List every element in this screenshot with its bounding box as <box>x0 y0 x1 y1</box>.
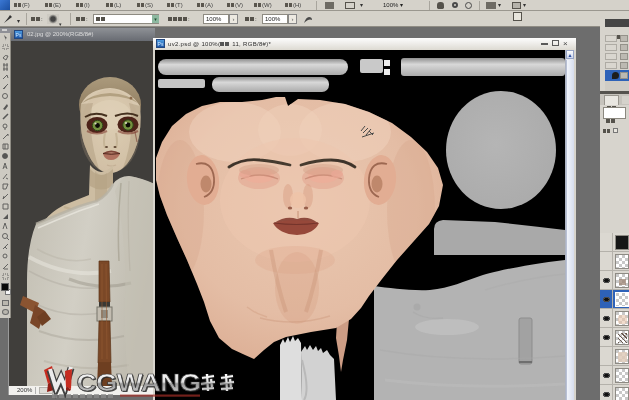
svg-text:CGWANG: CGWANG <box>77 370 201 396</box>
